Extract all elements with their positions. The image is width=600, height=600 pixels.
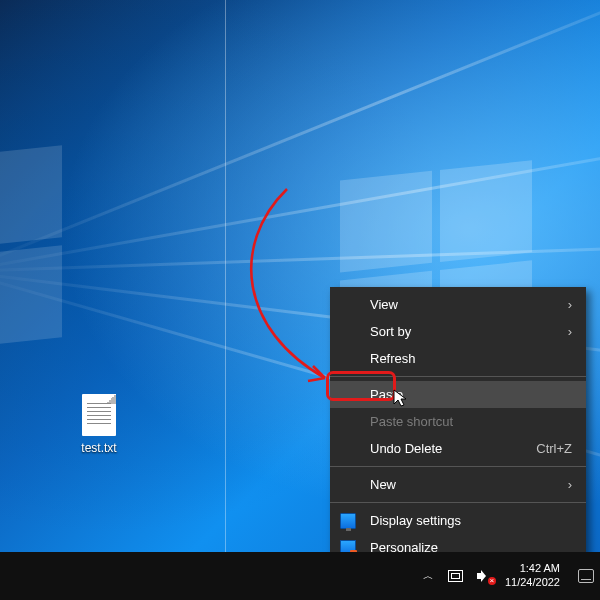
menu-item-display-settings[interactable]: Display settings [330,507,586,534]
desktop-file-label: test.txt [69,441,129,455]
desktop-file-test-txt[interactable]: test.txt [69,394,129,455]
task-view-icon[interactable] [578,569,594,583]
taskbar: ︿ × 1:42 AM 11/24/2022 [0,552,600,600]
clock-time: 1:42 AM [505,562,560,576]
text-file-icon [82,394,116,436]
network-icon[interactable] [448,570,463,582]
menu-separator [330,502,586,503]
menu-item-paste-shortcut: Paste shortcut [330,408,586,435]
menu-item-undo-delete[interactable]: Undo Delete Ctrl+Z [330,435,586,462]
menu-item-shortcut: Ctrl+Z [536,441,572,456]
chevron-right-icon: › [568,477,572,492]
chevron-right-icon: › [568,324,572,339]
menu-item-paste[interactable]: Paste [330,381,586,408]
monitor-divider [225,0,226,552]
chevron-right-icon: › [568,297,572,312]
menu-item-sort-by[interactable]: Sort by › [330,318,586,345]
clock-date: 11/24/2022 [505,576,560,590]
menu-item-view[interactable]: View › [330,291,586,318]
menu-separator [330,466,586,467]
desktop-context-menu: View › Sort by › Refresh Paste Paste sho… [330,287,586,565]
taskbar-clock[interactable]: 1:42 AM 11/24/2022 [505,562,560,590]
menu-item-new[interactable]: New › [330,471,586,498]
display-icon [340,513,356,529]
menu-item-refresh[interactable]: Refresh [330,345,586,372]
tray-overflow-button[interactable]: ︿ [423,570,434,583]
volume-muted-icon[interactable]: × [477,569,491,583]
menu-separator [330,376,586,377]
mouse-cursor-icon [393,389,409,409]
